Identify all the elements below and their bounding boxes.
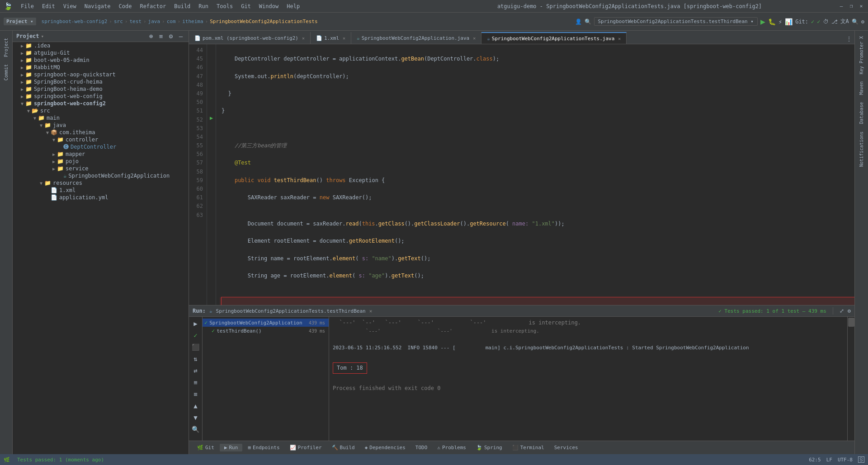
tab-pom-close[interactable]: ✕ [302, 36, 305, 41]
run-settings-btn[interactable]: ⚙ [848, 308, 851, 314]
minimize-button[interactable]: — [838, 3, 844, 9]
panel-collapse-btn[interactable]: ≡ [157, 33, 165, 40]
menu-refactor[interactable]: Refactor [136, 2, 170, 10]
console-output[interactable]: `---' `--' `---' `---' `---' is intercep… [329, 317, 847, 441]
run-sort-btn[interactable]: ⇅ [191, 354, 201, 364]
run-down-btn[interactable]: ▼ [191, 413, 201, 423]
tree-item-aop[interactable]: ▶ 📁 springboot-aop-quickstart [13, 71, 189, 78]
close-button[interactable]: ✕ [858, 3, 864, 9]
debug-button[interactable]: 🐛 [768, 18, 776, 25]
tab-config2app[interactable]: ☕ SpringbootWebConfig2Application.java ✕ [351, 32, 481, 44]
right-panel-database[interactable]: Database [858, 99, 865, 127]
breadcrumb-com[interactable]: com [167, 19, 176, 24]
panel-locate-btn[interactable]: ⊕ [147, 33, 155, 40]
run-config-dropdown[interactable]: SpringbootWebConfig2ApplicationTests.tes… [594, 17, 758, 26]
sidebar-project-label[interactable]: Project [2, 34, 10, 61]
git-branch-icon[interactable]: ⎇ [831, 19, 838, 25]
bottom-tab-build[interactable]: 🔨 Build [327, 444, 359, 451]
bottom-tab-spring[interactable]: 🍃 Spring [472, 444, 507, 451]
run-gutter-icon[interactable]: ▶ [207, 114, 216, 122]
menu-run[interactable]: Run [195, 2, 212, 10]
breadcrumb-test[interactable]: test [129, 19, 142, 24]
breadcrumb-java[interactable]: java [148, 19, 160, 24]
right-panel-notifications[interactable]: Notifications [858, 128, 865, 170]
panel-dropdown-icon[interactable]: ▾ [41, 33, 44, 39]
run-collapse-tree-btn[interactable]: ≡ [191, 389, 201, 399]
tree-item-com-itheima[interactable]: ▼ 📦 com.itheima [13, 129, 189, 136]
git-icon[interactable]: 👤 [575, 19, 582, 25]
menu-navigate[interactable]: Navigate [81, 2, 114, 10]
run-expand-tree-btn[interactable]: ≡ [191, 377, 201, 387]
maximize-button[interactable]: ❐ [848, 3, 854, 9]
run-tab-close[interactable]: ✕ [369, 308, 373, 314]
tree-item-crud[interactable]: ▶ 📁 SpringBoot-crud-heima [13, 78, 189, 85]
tree-item-heima-demo[interactable]: ▶ 📁 SpringBoot-heima-demo [13, 85, 189, 93]
menu-build[interactable]: Build [170, 2, 194, 10]
tree-item-1xml[interactable]: ▶ 📄 1.xml [13, 187, 189, 194]
tree-item-mapper[interactable]: ▶ 📁 mapper [13, 150, 189, 158]
tree-item-atguigu-git[interactable]: ▶ 📁 atguigu-Git [13, 49, 189, 56]
tree-item-web-config[interactable]: ▶ 📁 springboot-web-config [13, 93, 189, 100]
tree-item-rabbitmq[interactable]: ▶ 📁 RabbitMQ [13, 64, 189, 71]
code-content[interactable]: DeptController deptController = applicat… [216, 44, 854, 305]
bottom-tab-terminal[interactable]: ⬛ Terminal [508, 444, 549, 451]
console-scrollbar[interactable] [847, 317, 854, 441]
bottom-tab-services[interactable]: Services [550, 444, 583, 451]
panel-settings-btn[interactable]: ⚙ [167, 33, 175, 40]
profile-button[interactable]: 📊 [785, 18, 793, 25]
breadcrumb-itheima[interactable]: itheima [182, 19, 203, 24]
tree-item-main[interactable]: ▼ 📁 main [13, 114, 189, 122]
run-up-btn[interactable]: ▲ [191, 401, 201, 411]
scrollbar-thumb[interactable] [848, 318, 854, 327]
search-icon[interactable]: 🔍 [852, 19, 859, 25]
breadcrumb-src[interactable]: src [114, 19, 123, 24]
tab-tests[interactable]: ☕ SpringbootWebConfig2ApplicationTests.j… [481, 32, 627, 44]
run-tab-label[interactable]: SpringbootWebConfig2ApplicationTests.tes… [216, 308, 366, 314]
tree-item-boot-web[interactable]: ▶ 📁 boot-web-05-admin [13, 56, 189, 64]
sidebar-commit-label[interactable]: Commit [2, 61, 10, 84]
run-search-btn[interactable]: 🔍 [191, 424, 201, 434]
menu-code[interactable]: Code [115, 2, 136, 10]
tab-1xml[interactable]: 📄 1.xml ✕ [311, 32, 351, 44]
bottom-tab-endpoints[interactable]: ⊞ Endpoints [243, 444, 284, 451]
test-tree-method[interactable]: ✓ testThirdBean() 439 ms [203, 327, 329, 335]
menu-git[interactable]: Git [237, 2, 255, 10]
tab-1xml-close[interactable]: ✕ [343, 36, 345, 41]
git-check2-icon[interactable]: ✓ [817, 19, 820, 25]
tree-item-src[interactable]: ▼ 📂 src [13, 107, 189, 114]
menu-help[interactable]: Help [283, 2, 303, 10]
tab-config2app-close[interactable]: ✕ [473, 36, 476, 41]
tree-item-service[interactable]: ▶ 📁 service [13, 165, 189, 172]
search-everywhere-icon[interactable]: 🔍 [585, 19, 591, 25]
bottom-tab-run[interactable]: ▶ Run [220, 444, 243, 451]
menu-view[interactable]: View [60, 2, 80, 10]
breadcrumb-root[interactable]: springboot-web-config2 [42, 19, 108, 24]
bottom-tab-profiler[interactable]: 📈 Profiler [285, 444, 326, 451]
project-dropdown[interactable]: Project ▾ [4, 18, 36, 25]
run-expand-btn[interactable]: ⤢ [840, 308, 844, 314]
tab-pom[interactable]: 📄 pom.xml (springboot-web-config2) ✕ [189, 32, 311, 44]
menu-edit[interactable]: Edit [38, 2, 59, 10]
bottom-tab-dependencies[interactable]: ◈ Dependencies [360, 444, 410, 451]
menu-tools[interactable]: Tools [213, 2, 236, 10]
tree-item-resources[interactable]: ▼ 📁 resources [13, 179, 189, 187]
tree-item-pojo[interactable]: ▶ 📁 pojo [13, 158, 189, 165]
tab-tests-close[interactable]: ✕ [618, 36, 621, 41]
git-check-icon[interactable]: ✓ [811, 19, 814, 25]
git-history-icon[interactable]: ⏱ [823, 19, 829, 25]
tree-item-deptcontroller[interactable]: ▶ 🅒 DeptController [13, 143, 189, 150]
bottom-tab-todo[interactable]: TODO [411, 444, 432, 451]
right-panel-key-promoter[interactable]: Key Promoter X [858, 33, 865, 78]
translate-icon[interactable]: 文A [840, 18, 849, 25]
bottom-tab-git[interactable]: 🌿 Git [193, 444, 219, 451]
run-rerun-btn[interactable]: ▶ [191, 319, 201, 329]
test-tree-suite[interactable]: ✓ SpringbootWebConfig2Application 439 ms [203, 319, 329, 327]
tree-item-springboot-app[interactable]: ▶ ☕ SpringbootWebConfig2Application [13, 172, 189, 179]
panel-close-btn[interactable]: — [177, 33, 185, 40]
tree-item-idea[interactable]: ▶ 📁 .idea [13, 42, 189, 49]
menu-file[interactable]: File [17, 2, 38, 10]
run-button[interactable]: ▶ [760, 17, 765, 26]
bottom-tab-problems[interactable]: ⚠ Problems [433, 444, 471, 451]
tree-item-web-config2[interactable]: ▼ 📁 springboot-web-config2 [13, 100, 189, 107]
tree-item-java[interactable]: ▼ 📁 java [13, 122, 189, 129]
